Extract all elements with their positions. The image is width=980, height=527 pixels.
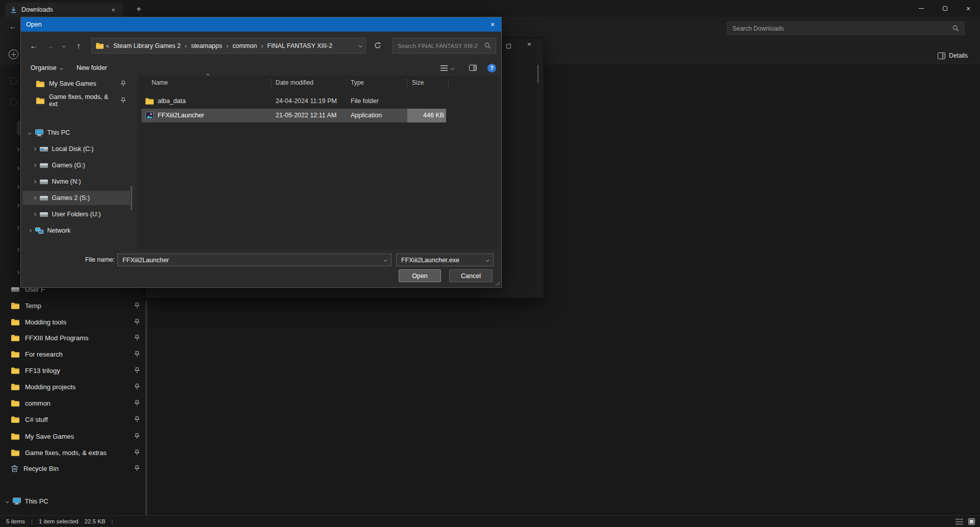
open-button[interactable]: Open [399, 269, 441, 282]
pin-icon [134, 303, 140, 309]
help-button[interactable]: ? [487, 61, 496, 74]
column-header-size[interactable]: Size [412, 77, 424, 88]
details-view-icon[interactable] [955, 519, 963, 524]
history-dropdown[interactable] [59, 39, 69, 52]
tab-close-icon[interactable]: × [109, 6, 118, 14]
tree-item-user-folders-u[interactable]: User Folders (U:) [22, 207, 130, 221]
sidebar-item-label: FFXIII Mod Programs [25, 334, 88, 342]
tree-item-nvme-n[interactable]: Nvme (N:) [22, 174, 130, 189]
sidebar-item-common[interactable]: common [11, 395, 142, 411]
sidebar-item-modding-tools[interactable]: Modding tools [11, 314, 142, 330]
breadcrumb-segment[interactable]: common [230, 42, 259, 49]
breadcrumb-segment[interactable]: steamapps [189, 42, 224, 49]
dialog-back-button[interactable]: ← [27, 39, 40, 52]
tree-item-games-2-s[interactable]: Games 2 (S:) [22, 191, 130, 205]
breadcrumb-separator: › [226, 42, 229, 49]
tree-item-local-disk-c[interactable]: Local Disk (C:) [22, 142, 130, 156]
pin-icon [120, 97, 126, 104]
pin-icon [120, 81, 126, 87]
tree-item-label: Local Disk (C:) [52, 145, 94, 153]
chevron-right-icon [28, 229, 31, 232]
breadcrumb-dropdown-icon[interactable] [359, 44, 362, 47]
sidebar-item-game-fixes[interactable]: Game fixes, mods, & extras [11, 445, 142, 460]
sidebar-item-temp[interactable]: Temp [11, 298, 142, 313]
sidebar-item-label: common [25, 399, 51, 407]
tree-item-games-g[interactable]: Games (G:) [22, 158, 130, 172]
breadcrumb-overflow[interactable]: « [105, 42, 110, 49]
sidebar-item-csharp-stuff[interactable]: C# stuff [11, 412, 142, 427]
tree-item-my-save-games[interactable]: My Save Games [22, 77, 130, 91]
thumbnail-view-icon[interactable] [968, 518, 975, 525]
sidebar-item-ffxiii-mod-programs[interactable]: FFXIII Mod Programs [11, 330, 142, 345]
new-folder-label: New folder [77, 64, 107, 71]
organise-button[interactable]: Organise [31, 61, 62, 74]
breadcrumb-segment[interactable]: Steam Library Games 2 [111, 42, 183, 49]
pin-icon [134, 400, 140, 406]
new-folder-button[interactable]: New folder [77, 61, 107, 74]
dialog-forward-button[interactable]: → [43, 39, 57, 52]
chevron-down-icon [384, 258, 387, 261]
tree-scrollbar[interactable] [131, 186, 132, 210]
dialog-up-button[interactable]: ↑ [72, 39, 85, 52]
breadcrumb-segment[interactable]: FINAL FANTASY XIII-2 [265, 42, 335, 49]
folder-icon [11, 384, 19, 390]
folder-icon [96, 43, 104, 49]
explorer-search-input[interactable]: Search Downloads [727, 21, 965, 35]
chevron-down-icon [6, 499, 9, 503]
bg-window-close-icon[interactable]: × [527, 40, 531, 48]
column-header-type[interactable]: Type [351, 77, 364, 88]
file-row-ffxiii2launcher[interactable]: FFXiii2Launcher [145, 109, 204, 122]
folder-icon [11, 351, 19, 358]
folder-icon [36, 81, 44, 87]
folder-icon [11, 303, 19, 309]
nav-back-icon[interactable]: ← [9, 22, 16, 31]
new-item-icon[interactable] [9, 49, 18, 59]
bg-window-maximize-icon[interactable] [506, 44, 511, 48]
file-type-combobox[interactable]: FFXiii2Launcher.exe [396, 254, 494, 266]
tree-item-this-pc[interactable]: This PC [22, 126, 130, 140]
column-divider[interactable] [448, 78, 449, 87]
column-header-date-modified[interactable]: Date modified [276, 77, 313, 88]
sidebar-scrollbar[interactable] [145, 301, 147, 515]
dialog-close-button[interactable]: × [484, 17, 501, 32]
window-close-button[interactable]: × [957, 0, 980, 17]
column-divider[interactable] [271, 78, 272, 87]
column-header-name[interactable]: Name [152, 77, 168, 88]
chevron-down-icon [486, 258, 489, 261]
details-pane-button[interactable]: Details [935, 49, 971, 62]
column-divider[interactable] [407, 78, 407, 87]
resize-grip[interactable] [495, 281, 500, 286]
cancel-button[interactable]: Cancel [449, 269, 493, 282]
tree-item-network[interactable]: Network [22, 223, 130, 238]
column-divider[interactable] [347, 78, 347, 87]
sidebar-item-modding-projects[interactable]: Modding projects [11, 379, 142, 394]
application-icon [145, 112, 154, 120]
file-name-value: FFXiii2Launcher [122, 257, 169, 264]
status-item-count: 5 items [6, 518, 25, 524]
new-tab-button[interactable]: + [133, 3, 145, 15]
sidebar-item-ff13-trilogy[interactable]: FF13 trilogy [11, 363, 142, 378]
window-minimize-button[interactable] [910, 0, 933, 17]
refresh-icon[interactable] [374, 42, 381, 49]
window-maximize-button[interactable] [933, 0, 957, 17]
status-selection-text: 1 item selected [39, 518, 78, 524]
breadcrumb[interactable]: « Steam Library Games 2 › steamapps › co… [91, 38, 366, 54]
dialog-search-input[interactable]: Search FINAL FANTASY XIII-2 [393, 38, 496, 54]
tree-item-game-fixes[interactable]: Game fixes, mods, & ext [22, 93, 130, 108]
preview-pane-button[interactable] [469, 61, 477, 74]
views-button[interactable] [440, 61, 454, 74]
folder-icon [11, 335, 19, 341]
sidebar-item-my-save-games[interactable]: My Save Games [11, 429, 142, 444]
tab-downloads[interactable]: Downloads × [5, 3, 123, 17]
recycle-bin-icon [11, 465, 18, 472]
sidebar-item-for-research[interactable]: For research [11, 346, 142, 362]
file-row-alba-data[interactable]: alba_data [145, 94, 186, 108]
explorer-search-placeholder: Search Downloads [732, 25, 784, 32]
pin-icon [134, 319, 140, 325]
dialog-titlebar[interactable]: Open [21, 17, 501, 32]
file-type: File folder [351, 94, 379, 108]
sidebar-item-recycle-bin[interactable]: Recycle Bin [11, 461, 142, 476]
sidebar-item-this-pc[interactable]: This PC [6, 493, 137, 509]
file-name-combobox[interactable]: FFXiii2Launcher [117, 254, 391, 266]
bg-window-scrollbar[interactable] [537, 65, 538, 83]
